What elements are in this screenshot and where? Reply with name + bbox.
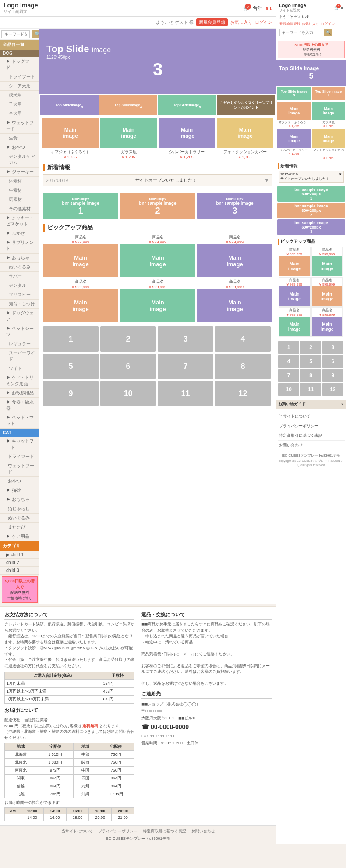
cat-num-8[interactable]: 8	[215, 354, 271, 379]
sidebar-item-rawfood[interactable]: 生食	[0, 134, 39, 143]
sidebar-cat-dryfood[interactable]: ドライフード	[0, 452, 39, 461]
sidebar-cat-plush[interactable]: ぬいぐるみ	[0, 514, 39, 523]
cat-num-6[interactable]: 6	[100, 354, 156, 379]
product-4[interactable]: Mainimage フォトクッションカバー ¥ 1,785	[217, 118, 273, 159]
sidebar-item-care[interactable]: ▶ ケア・トリミング用品	[0, 373, 39, 389]
sidebar-item-beef[interactable]: 牛素材	[0, 186, 39, 195]
sidebar-cat-treats[interactable]: おやつ	[0, 477, 39, 486]
sidebar-child3[interactable]: child-3	[0, 567, 39, 575]
sidebar-item-superwide[interactable]: スーパーワイド	[0, 349, 39, 364]
rs-pickup-4[interactable]: 商品名 ¥ 999,999 Mainimage	[311, 277, 343, 307]
sidebar-item-dental2[interactable]: デンタル	[0, 281, 39, 290]
slide-thumb-1[interactable]: Top Slide image3	[40, 95, 99, 115]
bf-link-4[interactable]: お問い合わせ	[191, 829, 215, 834]
sidebar-item-dogfood[interactable]: ▶ ドッグフード	[0, 57, 39, 72]
sidebar-item-toy[interactable]: ▶ おもちゃ	[0, 254, 39, 263]
sidebar-item-supplement[interactable]: ▶ サプリメント	[0, 238, 39, 254]
rs-cat-11[interactable]: 11	[300, 383, 321, 396]
rs-cat-1[interactable]: 1	[278, 341, 299, 354]
rs-cat-12[interactable]: 12	[322, 383, 343, 396]
banner-1[interactable]: 600*200px bnr sample image 1	[43, 193, 118, 219]
sidebar-item-regular[interactable]: レギュラー	[0, 339, 39, 349]
rs-prod-4[interactable]: Mainimage フォトクッションカバー ¥ 1,785	[312, 129, 346, 160]
rs-link-commerce[interactable]: 特定商取引に基づく表記	[278, 431, 345, 441]
rs-banner-1[interactable]: bnr sample image600*200px1	[277, 186, 345, 202]
sidebar-item-jerky[interactable]: ▶ ジャーキー	[0, 168, 39, 177]
sidebar-item-senior[interactable]: シニア犬用	[0, 82, 39, 91]
pickup-product-1[interactable]: 商品名 ¥ 999,999 Mainimage	[43, 234, 118, 277]
sidebar-item-dryfood[interactable]: ドライフード	[0, 72, 39, 82]
slide-thumb-3[interactable]: Top Slide image5	[158, 95, 216, 115]
banner-2[interactable]: 600*200px bnr sample image 2	[120, 193, 195, 219]
rs-login[interactable]: ログイン	[321, 21, 335, 26]
sidebar-item-bowl[interactable]: ▶ 食器・給水器	[0, 398, 39, 413]
rs-pickup-3[interactable]: 商品名 ¥ 999,999 Mainimage	[279, 277, 311, 307]
rs-cat-2[interactable]: 2	[300, 341, 321, 354]
rs-prod-3[interactable]: Mainimage シルバーカトラリー ¥ 1,785	[277, 129, 311, 160]
cat-num-3[interactable]: 3	[158, 326, 213, 352]
sidebar-cat-toy[interactable]: ▶ おもちゃ	[0, 495, 39, 504]
rs-link-contact[interactable]: お問い合わせ	[278, 441, 345, 450]
rs-pickup-1[interactable]: 商品名 ¥ 999,999 Mainimage	[279, 247, 311, 276]
sidebar-item-alldog[interactable]: 全犬用	[0, 109, 39, 118]
sidebar-item-fuka[interactable]: ▶ ふかせ	[0, 229, 39, 238]
rs-banner-2[interactable]: bnr sample image600*200px2	[277, 203, 345, 218]
cat-num-2[interactable]: 2	[100, 326, 156, 352]
sidebar-item-bed[interactable]: ▶ ベッド・マット	[0, 413, 39, 429]
sidebar-item-puppy[interactable]: 子犬用	[0, 100, 39, 109]
rs-cat-8[interactable]: 8	[300, 369, 321, 382]
pickup-product-4[interactable]: 商品名 ¥ 999,999 Mainimage	[43, 279, 118, 322]
sidebar-item-other[interactable]: その他素材	[0, 204, 39, 214]
sidebar-all-products[interactable]: 全品目一覧	[0, 40, 39, 50]
sidebar-item-wide[interactable]: ワイド	[0, 364, 39, 373]
rs-prod-2[interactable]: Mainimage ガラス瓶 ¥ 1,785	[312, 102, 346, 128]
rs-banner-3[interactable]: bnr sample image600*200px3	[277, 219, 345, 235]
cat-num-1[interactable]: 1	[43, 326, 99, 352]
rs-thumb-1[interactable]: Top Slide image5	[277, 87, 311, 100]
banner-3[interactable]: 600*200px bnr sample image 3	[197, 193, 272, 219]
news-arrow[interactable]: ▼	[264, 177, 269, 183]
sidebar-item-rubber[interactable]: ラバー	[0, 272, 39, 281]
cat-num-12[interactable]: 12	[215, 381, 271, 406]
cart-icon[interactable]: 🛒 0	[243, 5, 249, 11]
bf-link-1[interactable]: 当サイトについて	[61, 829, 93, 834]
bf-link-3[interactable]: 特定商取引に基づく表記	[143, 829, 186, 834]
product-1[interactable]: Mainimage オブジェ（ふくろう） ¥ 1,785	[42, 118, 99, 159]
slide-thumb-2[interactable]: Top Slide image4	[99, 95, 158, 115]
pickup-product-5[interactable]: 商品名 ¥ 999,999 Mainimage	[120, 279, 195, 322]
rs-cat-3[interactable]: 3	[322, 341, 343, 354]
rs-guide-button[interactable]: お買い物ガイド ▼	[276, 400, 346, 409]
rs-pickup-6[interactable]: 商品名 ¥ 999,999 Mainimage	[311, 307, 343, 337]
sidebar-item-dogwear[interactable]: ▶ ドッグウェア	[0, 309, 39, 324]
sidebar-item-horse[interactable]: 馬素材	[0, 195, 39, 204]
rs-link-privacy[interactable]: プライバシーポリシー	[278, 421, 345, 431]
sidebar-item-treats[interactable]: ▶ おやつ	[0, 143, 39, 152]
cat-num-10[interactable]: 10	[100, 381, 156, 406]
rs-cat-7[interactable]: 7	[278, 369, 299, 382]
pickup-product-3[interactable]: 商品名 ¥ 999,999 Mainimage	[197, 234, 272, 277]
rs-cat-9[interactable]: 9	[322, 369, 343, 382]
sidebar-cat-teaser[interactable]: 猫じゃらし	[0, 504, 39, 514]
rs-cat-6[interactable]: 6	[322, 355, 343, 368]
sidebar-child1[interactable]: ▶ child-1	[0, 551, 39, 559]
rs-cat-4[interactable]: 4	[278, 355, 299, 368]
login-link[interactable]: ログイン	[255, 19, 272, 25]
rs-pickup-5[interactable]: 商品名 ¥ 999,999 Mainimage	[279, 307, 311, 337]
product-3[interactable]: Mainimage シルバーカトラリー ¥ 1,785	[159, 118, 215, 159]
cat-num-11[interactable]: 11	[158, 381, 213, 406]
rs-menu-icon[interactable]: ☰	[341, 6, 343, 10]
rs-favorites[interactable]: お気に入り	[302, 21, 319, 26]
product-2[interactable]: Mainimage ガラス瓶 ¥ 1,785	[100, 118, 157, 159]
sidebar-item-plush[interactable]: ぬいぐるみ	[0, 263, 39, 272]
sidebar-cat-matatabi[interactable]: またたび	[0, 523, 39, 532]
sidebar-item-walk[interactable]: ▶ お散歩用品	[0, 389, 39, 398]
sidebar-search-input[interactable]	[1, 30, 30, 38]
rs-pickup-2[interactable]: 商品名 ¥ 999,999 Mainimage	[311, 247, 343, 276]
rs-prod-1[interactable]: Mainimage オブジェ（ふくろう） ¥ 1,785	[277, 102, 311, 128]
cat-num-4[interactable]: 4	[215, 326, 271, 352]
pickup-product-6[interactable]: 商品名 ¥ 999,999 Mainimage	[197, 279, 272, 322]
favorites-link[interactable]: お気に入り	[230, 19, 252, 25]
sidebar-item-dental[interactable]: デンタルケアガム	[0, 152, 39, 168]
sidebar-item-cookie[interactable]: ▶ クッキー・ビスケット	[0, 214, 39, 229]
rs-cart-icon[interactable]: 🛒0	[334, 5, 339, 10]
